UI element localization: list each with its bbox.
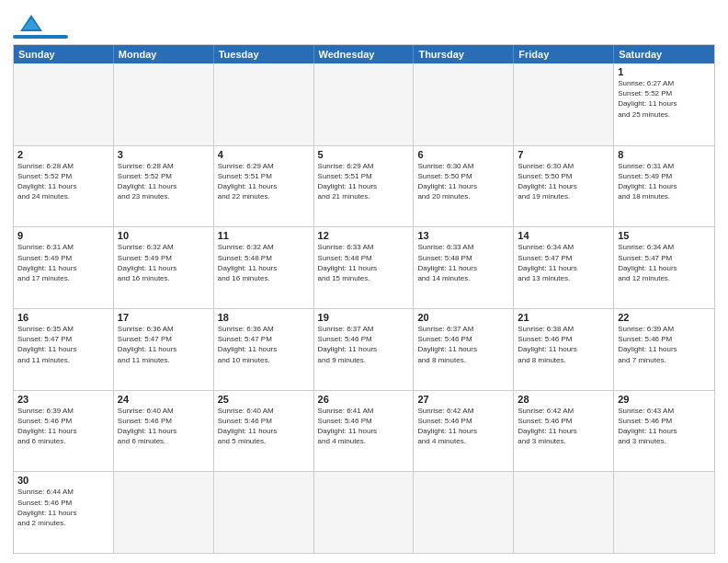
day-number: 28	[518, 394, 609, 405]
empty-cell	[14, 63, 114, 145]
day-info: Sunrise: 6:39 AM Sunset: 5:46 PM Dayligh…	[618, 324, 711, 365]
day-cell-28: 28Sunrise: 6:42 AM Sunset: 5:46 PM Dayli…	[514, 391, 614, 472]
day-info: Sunrise: 6:33 AM Sunset: 5:48 PM Dayligh…	[417, 242, 509, 283]
day-number: 29	[618, 394, 711, 405]
day-info: Sunrise: 6:39 AM Sunset: 5:46 PM Dayligh…	[17, 406, 109, 447]
weekday-header-friday: Friday	[514, 45, 614, 63]
empty-cell	[314, 63, 415, 145]
empty-cell	[614, 472, 714, 553]
day-cell-5: 5Sunrise: 6:29 AM Sunset: 5:51 PM Daylig…	[314, 146, 415, 227]
day-info: Sunrise: 6:31 AM Sunset: 5:49 PM Dayligh…	[17, 242, 109, 283]
day-cell-17: 17Sunrise: 6:36 AM Sunset: 5:47 PM Dayli…	[114, 309, 214, 390]
day-number: 19	[318, 312, 410, 323]
day-info: Sunrise: 6:36 AM Sunset: 5:47 PM Dayligh…	[118, 324, 210, 365]
empty-cell	[214, 63, 314, 145]
empty-cell	[414, 63, 514, 145]
day-info: Sunrise: 6:42 AM Sunset: 5:46 PM Dayligh…	[518, 406, 609, 447]
day-cell-6: 6Sunrise: 6:30 AM Sunset: 5:50 PM Daylig…	[414, 146, 514, 227]
day-info: Sunrise: 6:43 AM Sunset: 5:46 PM Dayligh…	[618, 406, 711, 447]
day-number: 11	[218, 230, 310, 241]
weekday-header-thursday: Thursday	[414, 45, 514, 63]
day-info: Sunrise: 6:42 AM Sunset: 5:46 PM Dayligh…	[417, 406, 509, 447]
day-cell-14: 14Sunrise: 6:34 AM Sunset: 5:47 PM Dayli…	[514, 227, 614, 308]
weekday-header-sunday: Sunday	[14, 45, 114, 63]
calendar-header: SundayMondayTuesdayWednesdayThursdayFrid…	[14, 45, 714, 63]
day-info: Sunrise: 6:37 AM Sunset: 5:46 PM Dayligh…	[318, 324, 410, 365]
day-info: Sunrise: 6:37 AM Sunset: 5:46 PM Dayligh…	[417, 324, 509, 365]
calendar: SundayMondayTuesdayWednesdayThursdayFrid…	[13, 44, 715, 554]
day-info: Sunrise: 6:34 AM Sunset: 5:47 PM Dayligh…	[618, 242, 711, 283]
day-cell-22: 22Sunrise: 6:39 AM Sunset: 5:46 PM Dayli…	[614, 309, 714, 390]
day-cell-24: 24Sunrise: 6:40 AM Sunset: 5:46 PM Dayli…	[114, 391, 214, 472]
day-cell-29: 29Sunrise: 6:43 AM Sunset: 5:46 PM Dayli…	[614, 391, 714, 472]
day-number: 16	[17, 312, 109, 323]
day-number: 25	[218, 394, 310, 405]
weekday-header-wednesday: Wednesday	[314, 45, 415, 63]
day-number: 9	[17, 230, 109, 241]
day-cell-15: 15Sunrise: 6:34 AM Sunset: 5:47 PM Dayli…	[614, 227, 714, 308]
calendar-row-5: 23Sunrise: 6:39 AM Sunset: 5:46 PM Dayli…	[14, 390, 714, 472]
day-number: 26	[318, 394, 410, 405]
day-cell-26: 26Sunrise: 6:41 AM Sunset: 5:46 PM Dayli…	[314, 391, 415, 472]
day-cell-21: 21Sunrise: 6:38 AM Sunset: 5:46 PM Dayli…	[514, 309, 614, 390]
day-info: Sunrise: 6:32 AM Sunset: 5:48 PM Dayligh…	[218, 242, 310, 283]
day-info: Sunrise: 6:40 AM Sunset: 5:46 PM Dayligh…	[218, 406, 310, 447]
day-info: Sunrise: 6:31 AM Sunset: 5:49 PM Dayligh…	[618, 161, 711, 202]
day-number: 27	[417, 394, 509, 405]
empty-cell	[114, 63, 214, 145]
day-info: Sunrise: 6:33 AM Sunset: 5:48 PM Dayligh…	[318, 242, 410, 283]
calendar-row-4: 16Sunrise: 6:35 AM Sunset: 5:47 PM Dayli…	[14, 308, 714, 390]
day-info: Sunrise: 6:35 AM Sunset: 5:47 PM Dayligh…	[17, 324, 109, 365]
weekday-header-tuesday: Tuesday	[214, 45, 314, 63]
day-info: Sunrise: 6:36 AM Sunset: 5:47 PM Dayligh…	[218, 324, 310, 365]
day-cell-18: 18Sunrise: 6:36 AM Sunset: 5:47 PM Dayli…	[214, 309, 314, 390]
day-number: 20	[417, 312, 509, 323]
day-number: 23	[17, 394, 109, 405]
day-number: 17	[118, 312, 210, 323]
day-cell-13: 13Sunrise: 6:33 AM Sunset: 5:48 PM Dayli…	[414, 227, 514, 308]
day-number: 13	[417, 230, 509, 241]
day-cell-3: 3Sunrise: 6:28 AM Sunset: 5:52 PM Daylig…	[114, 146, 214, 227]
empty-cell	[214, 472, 314, 553]
header	[13, 9, 715, 39]
day-info: Sunrise: 6:40 AM Sunset: 5:46 PM Dayligh…	[118, 406, 210, 447]
day-info: Sunrise: 6:44 AM Sunset: 5:46 PM Dayligh…	[17, 487, 109, 528]
logo-icon	[18, 13, 44, 33]
day-cell-23: 23Sunrise: 6:39 AM Sunset: 5:46 PM Dayli…	[14, 391, 114, 472]
day-info: Sunrise: 6:34 AM Sunset: 5:47 PM Dayligh…	[518, 242, 609, 283]
page: SundayMondayTuesdayWednesdayThursdayFrid…	[0, 0, 728, 563]
weekday-header-monday: Monday	[114, 45, 214, 63]
day-number: 3	[118, 149, 210, 160]
day-cell-16: 16Sunrise: 6:35 AM Sunset: 5:47 PM Dayli…	[14, 309, 114, 390]
day-info: Sunrise: 6:32 AM Sunset: 5:49 PM Dayligh…	[118, 242, 210, 283]
day-number: 21	[518, 312, 609, 323]
logo-underline	[13, 35, 68, 39]
calendar-row-1: 1Sunrise: 6:27 AM Sunset: 5:52 PM Daylig…	[14, 63, 714, 145]
day-cell-4: 4Sunrise: 6:29 AM Sunset: 5:51 PM Daylig…	[214, 146, 314, 227]
day-number: 12	[318, 230, 410, 241]
calendar-row-6: 30Sunrise: 6:44 AM Sunset: 5:46 PM Dayli…	[14, 471, 714, 553]
day-number: 8	[618, 149, 711, 160]
day-cell-11: 11Sunrise: 6:32 AM Sunset: 5:48 PM Dayli…	[214, 227, 314, 308]
day-info: Sunrise: 6:29 AM Sunset: 5:51 PM Dayligh…	[318, 161, 410, 202]
day-cell-25: 25Sunrise: 6:40 AM Sunset: 5:46 PM Dayli…	[214, 391, 314, 472]
day-number: 15	[618, 230, 711, 241]
day-number: 22	[618, 312, 711, 323]
day-cell-27: 27Sunrise: 6:42 AM Sunset: 5:46 PM Dayli…	[414, 391, 514, 472]
empty-cell	[514, 63, 614, 145]
day-number: 14	[518, 230, 609, 241]
empty-cell	[414, 472, 514, 553]
day-info: Sunrise: 6:29 AM Sunset: 5:51 PM Dayligh…	[218, 161, 310, 202]
day-cell-9: 9Sunrise: 6:31 AM Sunset: 5:49 PM Daylig…	[14, 227, 114, 308]
day-number: 6	[417, 149, 509, 160]
day-info: Sunrise: 6:30 AM Sunset: 5:50 PM Dayligh…	[518, 161, 609, 202]
day-cell-12: 12Sunrise: 6:33 AM Sunset: 5:48 PM Dayli…	[314, 227, 415, 308]
day-number: 24	[118, 394, 210, 405]
empty-cell	[514, 472, 614, 553]
day-number: 1	[618, 66, 711, 77]
calendar-row-2: 2Sunrise: 6:28 AM Sunset: 5:52 PM Daylig…	[14, 145, 714, 227]
weekday-header-saturday: Saturday	[614, 45, 714, 63]
day-cell-1: 1Sunrise: 6:27 AM Sunset: 5:52 PM Daylig…	[614, 63, 714, 145]
day-info: Sunrise: 6:27 AM Sunset: 5:52 PM Dayligh…	[618, 78, 711, 120]
day-number: 7	[518, 149, 609, 160]
